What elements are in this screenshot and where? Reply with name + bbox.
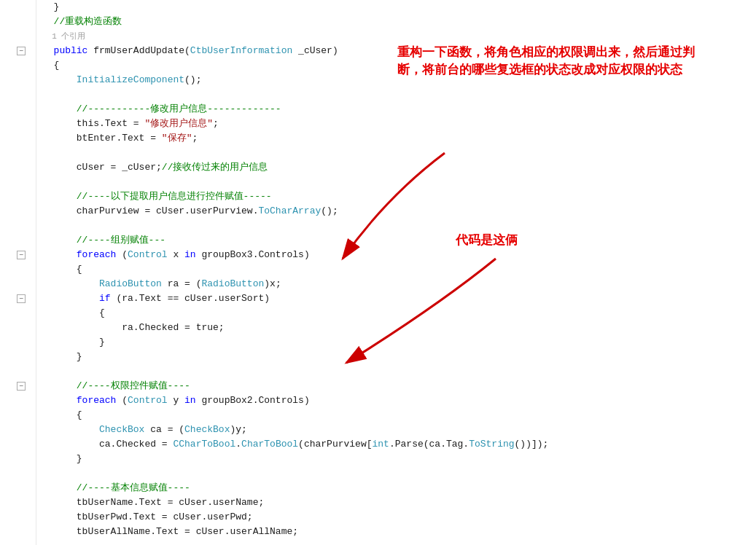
code-line: foreach (Control x in groupBox3.Controls… [42,248,756,262]
code-line: } [42,0,756,15]
code-line: { [42,58,756,73]
code-line [42,175,756,189]
line-gutter: − − − − [0,0,36,545]
code-line: //----基本信息赋值---- [42,481,756,495]
code-line [42,364,756,379]
code-line: tbUserAllName.Text = cUser.userAllName; [42,525,756,539]
code-line: ra.Checked = true; [42,321,756,335]
code-line: CheckBox ca = (CheckBox)y; [42,423,756,437]
code-line: RadioButton ra = (RadioButton)x; [42,277,756,291]
code-line: //----组别赋值--- [42,233,756,248]
code-line: tbUserPwd.Text = cUser.userPwd; [42,510,756,525]
code-line: if (ra.Text == cUser.userSort) [42,291,756,306]
code-line: 1 个引用 [42,29,756,44]
code-line: InitializeComponent(); [42,73,756,87]
editor-container: − − − − [0,0,756,545]
collapse-constructor-icon[interactable]: − [17,47,26,55]
code-line: ca.Checked = CCharToBool.CharToBool(char… [42,437,756,452]
code-line: //-----------修改用户信息------------- [42,102,756,117]
code-line [42,146,756,160]
code-line: tbUserName.Text = cUser.userName; [42,495,756,510]
code-line: public frmUserAddUpdate(CtbUserInformati… [42,44,756,58]
code-line: this.Text = "修改用户信息"; [42,117,756,131]
code-line: { [42,408,756,423]
code-line [42,539,756,545]
code-line: } [42,335,756,350]
code-area: } //重载构造函数 1 个引用 public frmUserAddUpdate… [36,0,756,545]
collapse-foreach1-icon[interactable]: − [17,251,26,259]
code-line [42,87,756,102]
code-line: charPurview = cUser.userPurview.ToCharAr… [42,204,756,219]
code-line: cUser = _cUser;//接收传过来的用户信息 [42,160,756,175]
code-line: { [42,306,756,321]
code-line [42,466,756,481]
code-line: foreach (Control y in groupBox2.Controls… [42,393,756,408]
code-line: btEnter.Text = "保存"; [42,131,756,146]
code-line: } [42,350,756,364]
collapse-foreach2-icon[interactable]: − [17,382,26,391]
code-line: } [42,452,756,466]
collapse-if-icon[interactable]: − [17,294,26,303]
code-line: //----以下提取用户信息进行控件赋值----- [42,189,756,204]
code-line: //重载构造函数 [42,15,756,29]
code-line: //----权限控件赋值---- [42,379,756,393]
code-line: { [42,262,756,277]
code-line [42,219,756,233]
